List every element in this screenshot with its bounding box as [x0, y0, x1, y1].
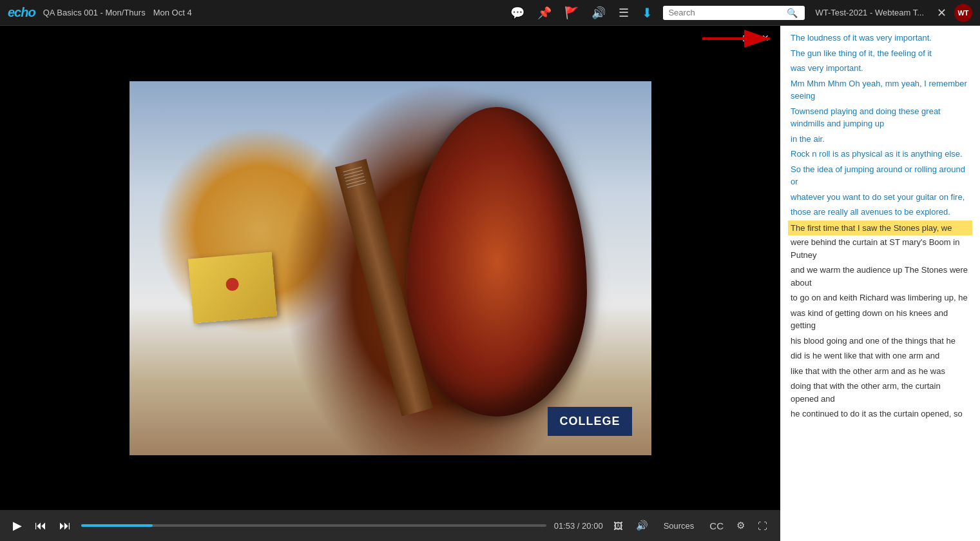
search-icon: 🔍 [787, 8, 798, 18]
video-area: ⊡ ✕ COLLEGE ▶ [0, 26, 780, 541]
paper-prop [187, 251, 276, 323]
flag-icon-btn[interactable]: 🚩 [562, 3, 581, 23]
transcript-line[interactable]: Rock n roll is as physical as it is anyt… [791, 147, 970, 161]
arrow-annotation [702, 27, 780, 50]
transcript-line[interactable]: like that with the other arm and as he w… [791, 364, 970, 379]
transcript-line[interactable]: in the air. [791, 132, 970, 146]
main-content: ⊡ ✕ COLLEGE ▶ [0, 26, 980, 541]
transcript-line[interactable]: was very important. [791, 61, 970, 75]
course-title: QA Basics 001 - Mon/Thurs [43, 8, 146, 17]
transcript-line[interactable]: The loudness of it was very important. [791, 31, 970, 45]
play-button[interactable]: ▶ [10, 516, 24, 535]
transcript-line[interactable]: those are really all avenues to be explo… [791, 205, 970, 219]
sources-button[interactable]: Sources [658, 518, 700, 533]
fullscreen-button[interactable]: ⛶ [755, 518, 770, 534]
transcript-line[interactable]: The gun like thing of it, the feeling of… [791, 46, 970, 61]
transcript-line[interactable]: doing that with the other arm, the curta… [791, 379, 970, 406]
transcript-line[interactable]: The first time that I saw the Stones pla… [788, 221, 972, 236]
transcript-panel: The loudness of it was very important.Th… [780, 26, 980, 541]
transcript-line[interactable]: Townsend playing and doing these great w… [791, 104, 970, 131]
college-label: COLLEGE [559, 415, 620, 428]
progress-bar[interactable] [81, 524, 546, 527]
current-time: 01:53 [554, 521, 575, 531]
user-avatar: WT [954, 4, 972, 22]
progress-fill [81, 524, 153, 527]
volume-icon-btn[interactable]: 🔊 [589, 3, 608, 23]
bookmark-icon-btn[interactable]: 📌 [535, 3, 554, 23]
time-display: 01:53 / 20:00 [554, 521, 603, 531]
settings-button[interactable]: ⚙ [734, 517, 747, 534]
college-badge: COLLEGE [548, 407, 631, 436]
search-input[interactable] [668, 8, 784, 17]
video-frame[interactable]: COLLEGE [130, 81, 651, 455]
image-quality-button[interactable]: 🖼 [611, 518, 626, 534]
paper-seal [225, 277, 239, 291]
total-time: 20:00 [582, 521, 603, 531]
transcript-line[interactable]: So the idea of jumping around or rolling… [791, 162, 970, 189]
close-window-button[interactable]: ✕ [937, 6, 946, 20]
chat-icon-btn[interactable]: 💬 [508, 3, 527, 23]
transcript-line[interactable]: did is he went like that with one arm an… [791, 349, 970, 363]
fast-forward-button[interactable]: ⏭ [57, 516, 73, 535]
transcript-line[interactable]: were behind the curtain at ST mary's Boo… [791, 235, 970, 262]
video-controls: ▶ ⏮ ⏭ 01:53 / 20:00 🖼 🔊 Sources CC ⚙ ⛶ [0, 510, 780, 541]
transcript-scroll[interactable]: The loudness of it was very important.Th… [780, 26, 980, 541]
transcript-line[interactable]: whatever you want to do set your guitar … [791, 190, 970, 204]
volume-ctrl-button[interactable]: 🔊 [633, 517, 651, 534]
transcript-line[interactable]: his blood going and one of the things th… [791, 334, 970, 348]
time-separator: / [577, 521, 582, 531]
cc-button[interactable]: CC [707, 518, 726, 534]
transcript-line[interactable]: Mm Mhm Mhm Oh yeah, mm yeah, I remember … [791, 77, 970, 103]
window-title: WT-Test-2021 - Webteam T... [815, 8, 924, 17]
transcript-line[interactable]: to go on and keith Richard was limbering… [791, 291, 970, 305]
transcript-line[interactable]: was kind of getting down on his knees an… [791, 306, 970, 333]
search-container: 🔍 [663, 6, 805, 20]
echo-logo: echo [8, 5, 35, 20]
transcript-line[interactable]: he continued to do it as the curtain ope… [791, 407, 970, 421]
video-wrapper: ⊡ ✕ COLLEGE [0, 26, 780, 510]
date-label: Mon Oct 4 [153, 8, 192, 17]
rewind-button[interactable]: ⏮ [32, 516, 49, 535]
topbar: echo QA Basics 001 - Mon/Thurs Mon Oct 4… [0, 0, 980, 26]
menu-icon-btn[interactable]: ☰ [616, 3, 631, 23]
download-icon-btn[interactable]: ⬇ [639, 3, 655, 23]
transcript-line[interactable]: and we warm the audience up The Stones w… [791, 263, 970, 290]
